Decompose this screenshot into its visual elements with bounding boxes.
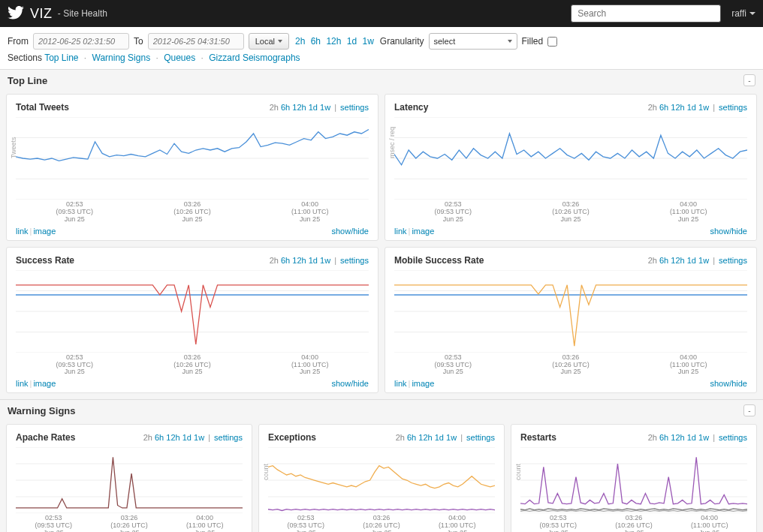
quick-range-12h[interactable]: 12h — [326, 36, 341, 47]
section-link[interactable]: Top Line — [44, 53, 78, 63]
x-tick: 03:26(10:26 UTC)Jun 25 — [173, 201, 211, 224]
link-link[interactable]: link — [394, 227, 407, 236]
quick-range-2h[interactable]: 2h — [295, 36, 305, 47]
section: Warning Signs-Apache Rates2h 6h 12h 1d 1… — [0, 399, 763, 532]
range-link-6h[interactable]: 6h — [659, 433, 668, 442]
x-tick: 04:00(11:00 UTC)Jun 25 — [291, 354, 329, 377]
range-link-2h[interactable]: 2h — [648, 103, 657, 112]
range-link-6h[interactable]: 6h — [281, 256, 290, 265]
chart-card: Mobile Success Rate2h 6h 12h 1d 1w | set… — [385, 247, 757, 394]
range-link-12h[interactable]: 12h — [166, 433, 179, 442]
section-link[interactable]: Warning Signs — [92, 53, 151, 63]
chart-card: Exceptions2h 6h 12h 1d 1w | settingscoun… — [258, 424, 505, 532]
settings-link[interactable]: settings — [466, 433, 495, 442]
image-link[interactable]: image — [412, 227, 434, 236]
range-link-1w[interactable]: 1w — [194, 433, 204, 442]
quick-range-1w[interactable]: 1w — [362, 36, 373, 47]
collapse-button[interactable]: - — [743, 74, 755, 86]
range-link-1d[interactable]: 1d — [687, 103, 696, 112]
quick-range-6h[interactable]: 6h — [311, 36, 321, 47]
link-link[interactable]: link — [16, 379, 29, 388]
showhide-link[interactable]: show/hide — [331, 379, 369, 388]
range-link-1d[interactable]: 1d — [687, 433, 696, 442]
range-link-2h[interactable]: 2h — [648, 256, 657, 265]
x-tick: 04:00(11:00 UTC)Jun 25 — [670, 201, 707, 224]
range-link-1w[interactable]: 1w — [698, 433, 709, 442]
timezone-button[interactable]: Local — [249, 33, 289, 50]
collapse-button[interactable]: - — [743, 404, 755, 416]
showhide-link[interactable]: show/hide — [710, 227, 747, 236]
y-axis-label: count — [514, 464, 522, 480]
chart-title: Total Tweets — [16, 102, 69, 113]
section: Top Line-Total Tweets2h 6h 12h 1d 1w | s… — [0, 69, 763, 399]
sections-label: Sections — [8, 53, 42, 63]
range-link-12h[interactable]: 12h — [292, 256, 306, 265]
from-input[interactable] — [33, 33, 129, 50]
range-link-1w[interactable]: 1w — [320, 103, 330, 112]
x-axis: 02:53(09:53 UTC)Jun 2503:26(10:26 UTC)Ju… — [16, 201, 369, 224]
image-link[interactable]: image — [33, 379, 56, 388]
settings-link[interactable]: settings — [719, 256, 747, 265]
range-link-6h[interactable]: 6h — [281, 103, 290, 112]
settings-link[interactable]: settings — [719, 103, 747, 112]
link-link[interactable]: link — [394, 379, 407, 388]
range-link-2h[interactable]: 2h — [648, 433, 657, 442]
filled-checkbox[interactable] — [547, 37, 557, 47]
range-link-12h[interactable]: 12h — [418, 433, 432, 442]
y-axis-label: Tweets — [10, 137, 17, 158]
x-axis: 02:53(09:53 UTC)Jun 2503:26(10:26 UTC)Ju… — [16, 515, 243, 532]
range-link-12h[interactable]: 12h — [292, 103, 306, 112]
settings-link[interactable]: settings — [340, 256, 369, 265]
chart-card: Total Tweets2h 6h 12h 1d 1w | settingsTw… — [6, 94, 378, 241]
range-link-6h[interactable]: 6h — [155, 433, 164, 442]
settings-link[interactable]: settings — [214, 433, 243, 442]
range-link-1d[interactable]: 1d — [687, 256, 696, 265]
range-link-6h[interactable]: 6h — [659, 103, 668, 112]
range-link-1d[interactable]: 1d — [182, 433, 192, 442]
range-link-12h[interactable]: 12h — [671, 433, 684, 442]
chart-card: Restarts2h 6h 12h 1d 1w | settingscount0… — [511, 424, 757, 532]
range-link-6h[interactable]: 6h — [407, 433, 416, 442]
showhide-link[interactable]: show/hide — [710, 379, 747, 388]
section-link[interactable]: Gizzard Seismographs — [209, 53, 300, 63]
range-link-6h[interactable]: 6h — [659, 256, 668, 265]
chart-title: Apache Rates — [16, 432, 75, 443]
image-link[interactable]: image — [412, 379, 434, 388]
quick-range-1d[interactable]: 1d — [347, 36, 357, 47]
x-tick: 02:53(09:53 UTC)Jun 25 — [435, 354, 472, 377]
range-link-2h[interactable]: 2h — [270, 103, 279, 112]
section-title: Warning Signs — [8, 405, 76, 416]
settings-link[interactable]: settings — [719, 433, 747, 442]
x-tick: 04:00(11:00 UTC)Jun 25 — [186, 515, 224, 532]
range-link-2h[interactable]: 2h — [396, 433, 405, 442]
range-link-1d[interactable]: 1d — [435, 433, 444, 442]
range-link-1d[interactable]: 1d — [309, 256, 318, 265]
range-link-1w[interactable]: 1w — [698, 103, 709, 112]
range-link-1w[interactable]: 1w — [698, 256, 709, 265]
range-link-1w[interactable]: 1w — [446, 433, 457, 442]
granularity-select[interactable]: select — [429, 33, 517, 50]
link-link[interactable]: link — [16, 227, 29, 236]
settings-link[interactable]: settings — [340, 103, 369, 112]
to-input[interactable] — [148, 33, 244, 50]
range-link-1w[interactable]: 1w — [320, 256, 330, 265]
chart-controls: 2h 6h 12h 1d 1w | settings — [270, 103, 369, 112]
caret-down-icon — [749, 12, 755, 15]
x-axis: 02:53(09:53 UTC)Jun 2503:26(10:26 UTC)Ju… — [268, 515, 495, 532]
x-axis: 02:53(09:53 UTC)Jun 2503:26(10:26 UTC)Ju… — [16, 354, 369, 377]
section-link[interactable]: Queues — [164, 53, 195, 63]
x-tick: 04:00(11:00 UTC)Jun 25 — [291, 201, 329, 224]
showhide-link[interactable]: show/hide — [331, 227, 369, 236]
range-link-2h[interactable]: 2h — [143, 433, 152, 442]
y-axis-label: count — [262, 464, 270, 480]
image-link[interactable]: image — [33, 227, 56, 236]
range-link-12h[interactable]: 12h — [671, 256, 684, 265]
range-link-12h[interactable]: 12h — [671, 103, 684, 112]
chart-title: Mobile Success Rate — [394, 255, 484, 266]
x-tick: 03:26(10:26 UTC)Jun 25 — [173, 354, 211, 377]
x-tick: 04:00(11:00 UTC)Jun 25 — [439, 515, 476, 532]
user-menu[interactable]: raffi — [731, 8, 755, 19]
range-link-2h[interactable]: 2h — [270, 256, 279, 265]
search-input[interactable] — [571, 5, 721, 23]
range-link-1d[interactable]: 1d — [309, 103, 318, 112]
